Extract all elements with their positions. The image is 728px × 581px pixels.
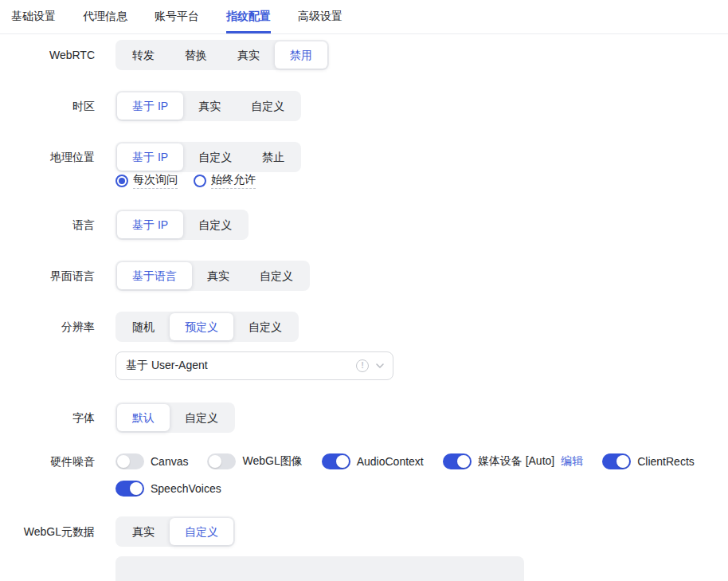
radio-unchecked-icon bbox=[194, 175, 206, 187]
toggle-item-canvas: Canvas bbox=[115, 453, 188, 469]
toggle-item-speechvoices: SpeechVoices bbox=[115, 481, 221, 497]
webrtc-option-forward[interactable]: 转发 bbox=[117, 41, 170, 69]
resolution-option-random[interactable]: 随机 bbox=[117, 313, 170, 340]
resolution-select-value: 基于 User-Agent bbox=[126, 359, 356, 373]
toggle-label: AudioContext bbox=[357, 455, 424, 468]
tab-proxy-info[interactable]: 代理信息 bbox=[83, 0, 127, 33]
geolocation-option-custom[interactable]: 自定义 bbox=[183, 143, 247, 171]
ui-language-option-language-based[interactable]: 基于语言 bbox=[117, 262, 192, 289]
media-devices-toggle[interactable] bbox=[443, 453, 472, 469]
language-option-custom[interactable]: 自定义 bbox=[183, 211, 247, 238]
language-option-ip-based[interactable]: 基于 IP bbox=[117, 211, 183, 238]
hardware-noise-label: 硬件噪音 bbox=[0, 453, 95, 469]
toggle-item-audiocontext: AudioContext bbox=[322, 453, 424, 469]
font-option-custom[interactable]: 自定义 bbox=[170, 404, 233, 431]
webrtc-row: WebRTC 转发 替换 真实 禁用 bbox=[0, 40, 728, 70]
toggle-item-clientrects: ClientRects bbox=[602, 453, 695, 469]
geolocation-row: 地理位置 基于 IP 自定义 禁止 bbox=[0, 142, 728, 172]
radio-checked-icon bbox=[115, 175, 128, 187]
geolocation-option-forbid[interactable]: 禁止 bbox=[247, 143, 299, 171]
geolocation-segmented: 基于 IP 自定义 禁止 bbox=[115, 142, 301, 172]
timezone-label: 时区 bbox=[0, 98, 95, 114]
tab-fingerprint-config[interactable]: 指纹配置 bbox=[226, 0, 271, 33]
webgl-metadata-segmented: 真实 自定义 bbox=[115, 516, 235, 547]
font-label: 字体 bbox=[0, 410, 95, 426]
toggle-item-media-devices: 媒体设备 [Auto] 编辑 bbox=[443, 453, 583, 469]
toggle-label: 媒体设备 [Auto] bbox=[478, 454, 554, 469]
toggle-label: Canvas bbox=[151, 455, 188, 468]
resolution-option-custom[interactable]: 自定义 bbox=[233, 313, 297, 340]
toggle-item-webgl-image: WebGL图像 bbox=[207, 453, 302, 469]
webrtc-option-real[interactable]: 真实 bbox=[222, 41, 275, 69]
geolocation-radio-ask-each-time[interactable]: 每次询问 bbox=[115, 172, 178, 189]
radio-label: 每次询问 bbox=[133, 172, 178, 189]
tab-advanced-settings[interactable]: 高级设置 bbox=[298, 0, 342, 33]
canvas-toggle[interactable] bbox=[115, 453, 144, 469]
geolocation-label: 地理位置 bbox=[0, 149, 95, 165]
timezone-row: 时区 基于 IP 真实 自定义 bbox=[0, 91, 728, 121]
chevron-down-icon bbox=[375, 361, 385, 371]
toggle-label: WebGL图像 bbox=[242, 454, 302, 469]
webgl-metadata-row: WebGL元数据 真实 自定义 bbox=[0, 516, 728, 547]
toggle-label: SpeechVoices bbox=[151, 482, 221, 495]
font-row: 字体 默认 自定义 bbox=[0, 402, 728, 433]
tab-account-platform[interactable]: 账号平台 bbox=[155, 0, 199, 33]
webrtc-option-disabled[interactable]: 禁用 bbox=[275, 41, 327, 69]
timezone-option-custom[interactable]: 自定义 bbox=[236, 92, 299, 120]
geolocation-option-ip-based[interactable]: 基于 IP bbox=[117, 143, 183, 171]
tab-basic-settings[interactable]: 基础设置 bbox=[11, 0, 56, 33]
info-icon: ! bbox=[356, 359, 369, 372]
timezone-option-real[interactable]: 真实 bbox=[183, 92, 236, 120]
clientrects-toggle[interactable] bbox=[602, 453, 631, 469]
timezone-segmented: 基于 IP 真实 自定义 bbox=[115, 91, 301, 121]
resolution-select[interactable]: 基于 User-Agent ! bbox=[115, 351, 393, 380]
speechvoices-toggle[interactable] bbox=[115, 481, 144, 497]
ui-language-option-real[interactable]: 真实 bbox=[192, 262, 245, 289]
ui-language-segmented: 基于语言 真实 自定义 bbox=[115, 261, 310, 291]
resolution-label: 分辨率 bbox=[0, 319, 95, 335]
language-label: 语言 bbox=[0, 217, 95, 233]
resolution-row: 分辨率 随机 预定义 自定义 bbox=[0, 312, 728, 342]
webrtc-option-replace[interactable]: 替换 bbox=[170, 41, 222, 69]
resolution-select-row: 基于 User-Agent ! bbox=[0, 351, 728, 380]
resolution-option-predefined[interactable]: 预定义 bbox=[170, 313, 233, 340]
hardware-noise-row: 硬件噪音 Canvas WebGL图像 AudioContext 媒体设备 [A… bbox=[0, 453, 728, 497]
webgl-image-toggle[interactable] bbox=[207, 453, 236, 469]
geolocation-radio-row: 每次询问 始终允许 bbox=[0, 182, 728, 189]
webgl-custom-panel bbox=[115, 556, 524, 581]
ui-language-label: 界面语言 bbox=[0, 268, 95, 284]
radio-label: 始终允许 bbox=[211, 172, 256, 189]
webgl-metadata-option-custom[interactable]: 自定义 bbox=[170, 518, 233, 545]
webrtc-segmented: 转发 替换 真实 禁用 bbox=[115, 40, 329, 70]
webgl-metadata-option-real[interactable]: 真实 bbox=[117, 518, 170, 545]
media-devices-edit-link[interactable]: 编辑 bbox=[561, 454, 583, 469]
webgl-metadata-label: WebGL元数据 bbox=[0, 524, 95, 540]
ui-language-option-custom[interactable]: 自定义 bbox=[245, 262, 308, 289]
ui-language-row: 界面语言 基于语言 真实 自定义 bbox=[0, 261, 728, 291]
audiocontext-toggle[interactable] bbox=[322, 453, 350, 469]
font-segmented: 默认 自定义 bbox=[115, 402, 235, 433]
timezone-option-ip-based[interactable]: 基于 IP bbox=[117, 92, 183, 120]
fingerprint-form: WebRTC 转发 替换 真实 禁用 时区 基于 IP 真实 自定义 地理位置 … bbox=[0, 34, 728, 581]
resolution-segmented: 随机 预定义 自定义 bbox=[115, 312, 299, 342]
font-option-default[interactable]: 默认 bbox=[117, 404, 170, 431]
geolocation-radio-always-allow[interactable]: 始终允许 bbox=[194, 172, 256, 189]
webrtc-label: WebRTC bbox=[0, 47, 95, 63]
toggle-label: ClientRects bbox=[637, 455, 695, 468]
tab-bar: 基础设置 代理信息 账号平台 指纹配置 高级设置 bbox=[0, 0, 728, 34]
language-row: 语言 基于 IP 自定义 bbox=[0, 210, 728, 240]
language-segmented: 基于 IP 自定义 bbox=[115, 210, 249, 240]
